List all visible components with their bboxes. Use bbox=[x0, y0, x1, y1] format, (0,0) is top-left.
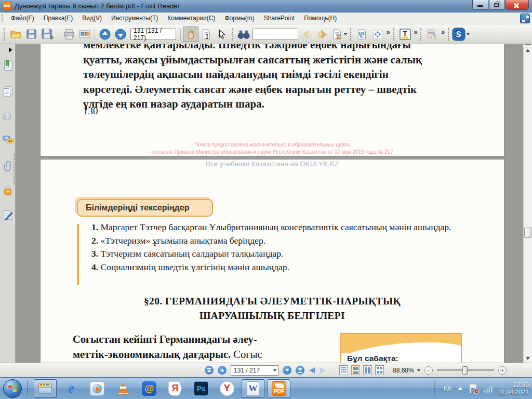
status-page-number-field[interactable]: 131 / 217 bbox=[231, 365, 278, 376]
single-page-view-button[interactable] bbox=[339, 365, 348, 375]
find-next-button[interactable] bbox=[315, 26, 330, 42]
toolbar-drag-handle[interactable] bbox=[4, 28, 6, 41]
facing-view-button[interactable] bbox=[363, 365, 372, 375]
taskbar-yandex-button[interactable]: Я bbox=[164, 379, 187, 398]
fit-visible-button[interactable] bbox=[370, 26, 385, 42]
search-input[interactable] bbox=[252, 29, 298, 40]
taskbar-internet-explorer-button[interactable]: e bbox=[60, 379, 83, 398]
zoom-slider-track[interactable] bbox=[437, 369, 494, 371]
last-page-button[interactable] bbox=[296, 366, 304, 375]
toolbar-page-number-field[interactable]: 131 (131 / 217) bbox=[130, 29, 176, 40]
menu-tools[interactable]: Инструменты(T) bbox=[107, 13, 163, 23]
vertical-scrollbar[interactable] bbox=[523, 44, 532, 363]
page-up-icon bbox=[99, 29, 111, 40]
pdf-page-131: Все учебники Казахстана на OKULYK.KZ Біл… bbox=[41, 159, 504, 363]
next-page-button[interactable] bbox=[283, 366, 291, 375]
menu-forms[interactable]: Формы(m) bbox=[220, 13, 259, 23]
find-button[interactable] bbox=[236, 26, 251, 42]
menu-view[interactable]: Вид(V) bbox=[77, 13, 107, 23]
menu-help[interactable]: Помощь(H) bbox=[299, 13, 341, 23]
first-page-button[interactable] bbox=[205, 366, 214, 375]
network-signal-icon[interactable] bbox=[484, 384, 493, 393]
save-button[interactable] bbox=[23, 26, 39, 42]
zoom-out-button[interactable]: − bbox=[424, 366, 433, 375]
zoom-in-button[interactable]: + bbox=[498, 366, 507, 375]
question-item: 2. «Тэтчеризм» ұғымына анықтама беріңдер… bbox=[91, 234, 469, 248]
zoom-slider-handle[interactable] bbox=[462, 366, 468, 375]
convert-pdf-button[interactable]: PDF bbox=[424, 26, 440, 42]
language-indicator[interactable]: KK bbox=[444, 385, 452, 392]
sidebar-expand-icon[interactable] bbox=[9, 47, 12, 52]
email-button[interactable] bbox=[77, 26, 92, 42]
menu-edit[interactable]: Правка(E) bbox=[39, 13, 78, 23]
highlight-text-button[interactable]: T bbox=[397, 26, 413, 42]
previous-page-button[interactable] bbox=[97, 26, 113, 42]
next-page-button[interactable] bbox=[113, 26, 128, 42]
layers-panel-button[interactable] bbox=[2, 110, 14, 122]
docusign-dropdown-caret[interactable] bbox=[467, 33, 470, 35]
check-knowledge-heading: Білімдеріңді тексеріңдер bbox=[77, 199, 213, 217]
highlight-icon: T bbox=[399, 28, 411, 41]
security-panel-button[interactable] bbox=[2, 184, 14, 196]
comments-icon bbox=[2, 135, 15, 146]
select-annotation-button[interactable] bbox=[214, 26, 230, 42]
save-as-button[interactable] bbox=[39, 26, 57, 42]
snapshot-dropdown-caret[interactable] bbox=[344, 33, 347, 35]
action-center-flag-icon[interactable]: × bbox=[469, 384, 478, 393]
bookmarks-panel-button[interactable] bbox=[2, 60, 14, 71]
start-button[interactable] bbox=[3, 379, 22, 398]
restore-button[interactable] bbox=[489, 0, 505, 10]
previous-page-button[interactable] bbox=[218, 366, 227, 375]
zoom-dropdown-caret[interactable] bbox=[417, 369, 420, 371]
taskbar-vlc-button[interactable] bbox=[112, 379, 135, 398]
menu-file[interactable]: Файл(F) bbox=[6, 13, 39, 23]
overflow-chevron[interactable]: » bbox=[387, 29, 390, 36]
scroll-up-arrow[interactable] bbox=[526, 49, 530, 52]
taskbar-word-button[interactable]: W bbox=[242, 379, 264, 398]
menu-sharepoint[interactable]: SharePoint bbox=[259, 13, 299, 23]
okulyk-watermark: Все учебники Казахстана на OKULYK.KZ bbox=[41, 160, 504, 168]
taskbar-yandex-browser-button[interactable]: Y bbox=[216, 379, 238, 398]
comments-panel-button[interactable] bbox=[2, 135, 14, 146]
next-view-button[interactable] bbox=[320, 367, 326, 374]
close-button[interactable] bbox=[506, 0, 529, 10]
page-dropdown-caret[interactable] bbox=[273, 369, 276, 371]
taskbar-clock[interactable]: 22:39 11.04.2021 bbox=[498, 381, 529, 396]
snapshot-button[interactable] bbox=[330, 26, 348, 42]
window-titlebar: PDF Дүниежүзі тарихы 9 сынып 2 бөлім.pdf… bbox=[0, 0, 532, 12]
select-text-button[interactable] bbox=[198, 26, 214, 42]
find-previous-button[interactable] bbox=[299, 26, 315, 42]
taskbar-photoshop-button[interactable]: Ps bbox=[190, 379, 212, 398]
mailru-icon: @ bbox=[142, 381, 156, 396]
menu-drag-handle[interactable] bbox=[2, 15, 4, 22]
taskbar-foxit-button[interactable]: PDF bbox=[268, 379, 290, 398]
menu-comments[interactable]: Комментарии(C) bbox=[163, 13, 220, 23]
signatures-panel-button[interactable] bbox=[2, 209, 14, 221]
previous-view-button[interactable] bbox=[309, 367, 315, 374]
docusign-button[interactable]: S bbox=[452, 26, 470, 42]
attachments-panel-button[interactable] bbox=[2, 161, 14, 172]
scrollbar-split-handle[interactable] bbox=[525, 44, 531, 47]
page-number-130: 130 bbox=[83, 105, 98, 117]
layers-icon bbox=[2, 110, 14, 122]
continuous-facing-view-button[interactable] bbox=[375, 365, 384, 375]
open-file-button[interactable] bbox=[8, 26, 23, 42]
fullscreen-expand-icon[interactable] bbox=[520, 14, 530, 23]
sidebar-resize-handle[interactable] bbox=[14, 153, 15, 184]
scrollbar-thumb[interactable] bbox=[524, 228, 531, 238]
signature-icon bbox=[2, 209, 14, 221]
taskbar-mailru-button[interactable]: @ bbox=[138, 379, 161, 398]
taskbar-explorer-button[interactable] bbox=[34, 379, 57, 398]
print-button[interactable] bbox=[61, 26, 77, 42]
page130-paragraph: мемлекетке қайтарылады. Шведтік тәжірибе… bbox=[83, 44, 479, 112]
pages-panel-button[interactable] bbox=[2, 86, 14, 97]
minimize-button[interactable] bbox=[472, 0, 488, 10]
scroll-down-arrow[interactable] bbox=[526, 357, 530, 360]
actual-size-button[interactable]: 100% bbox=[354, 26, 370, 42]
copyright-watermark-line2: согласно Приказа Министра образования и … bbox=[41, 149, 504, 155]
document-viewport[interactable]: мемлекетке қайтарылады. Шведтік тәжірибе… bbox=[16, 44, 532, 363]
hand-tool-button[interactable] bbox=[183, 26, 198, 42]
show-hidden-icons-button[interactable] bbox=[458, 387, 463, 390]
continuous-view-button[interactable] bbox=[351, 365, 360, 375]
taskbar-media-player-button[interactable] bbox=[86, 379, 109, 398]
